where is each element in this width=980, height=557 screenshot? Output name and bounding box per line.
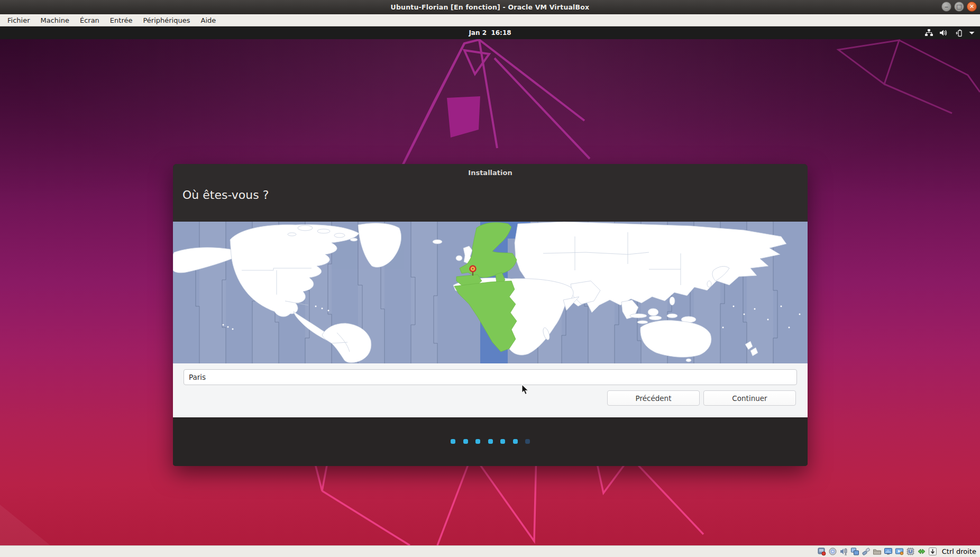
menu-fichier[interactable]: Fichier	[2, 15, 35, 25]
minimize-button[interactable]: ‒	[941, 2, 951, 12]
progress-dot-2	[463, 439, 468, 444]
menu-entree[interactable]: Entrée	[105, 15, 138, 25]
guest-screen: Jan 2 16:18	[0, 26, 980, 545]
progress-dot-3	[475, 439, 480, 444]
clock[interactable]: Jan 2 16:18	[0, 26, 980, 39]
page-heading: Où êtes-vous ?	[182, 188, 269, 202]
progress-dots	[173, 439, 808, 444]
installer-dialog: Installation Où êtes-vous ?	[173, 164, 808, 466]
installer-title: Installation	[173, 169, 808, 177]
progress-dot-7	[525, 439, 530, 444]
menu-ecran[interactable]: Écran	[75, 15, 105, 25]
menu-aide[interactable]: Aide	[196, 15, 222, 25]
hard-disks-icon[interactable]	[817, 547, 826, 556]
network-icon[interactable]	[850, 547, 859, 556]
chevron-down-icon	[969, 31, 975, 35]
close-button[interactable]: ✕	[967, 2, 977, 12]
statusbar: Ctrl droite	[0, 545, 980, 557]
progress-dot-6	[513, 439, 518, 444]
display-icon[interactable]	[884, 547, 893, 556]
network-icon	[925, 29, 933, 36]
mouse-integration-icon[interactable]	[917, 547, 926, 556]
installer-header: Installation Où êtes-vous ?	[173, 164, 808, 222]
optical-drives-icon[interactable]	[828, 547, 837, 556]
system-tray[interactable]	[925, 26, 975, 39]
mouse-cursor	[521, 384, 529, 395]
host-key-label: Ctrl droite	[942, 547, 976, 555]
battery-icon	[954, 29, 963, 37]
installer-footer	[173, 417, 808, 466]
progress-dot-4	[488, 439, 493, 444]
world-map	[173, 222, 808, 363]
maximize-button[interactable]: □	[954, 2, 964, 12]
volume-icon	[939, 29, 948, 36]
back-button[interactable]: Précédent	[607, 390, 700, 406]
usb-icon[interactable]	[862, 547, 871, 556]
window-controls: ‒ □ ✕	[941, 2, 977, 12]
timezone-map[interactable]	[173, 222, 808, 363]
shared-folders-icon[interactable]	[873, 547, 882, 556]
timezone-city-input[interactable]	[184, 369, 797, 385]
titlebar[interactable]: Ubuntu-Florian [En fonction] - Oracle VM…	[0, 0, 980, 14]
audio-icon[interactable]	[839, 547, 848, 556]
desktop-wallpaper: Installation Où êtes-vous ?	[0, 39, 980, 545]
installer-controls-area: Précédent Continuer	[173, 363, 808, 417]
window-title: Ubuntu-Florian [En fonction] - Oracle VM…	[391, 3, 590, 11]
menubar: FichierMachineÉcranEntréePériphériquesAi…	[0, 14, 980, 26]
keyboard-icon[interactable]	[928, 547, 937, 556]
continue-button[interactable]: Continuer	[703, 390, 796, 406]
menu-peripheriques[interactable]: Périphériques	[138, 15, 195, 25]
progress-dot-1	[451, 439, 455, 444]
features-icon[interactable]	[906, 547, 915, 556]
virtualbox-window: Ubuntu-Florian [En fonction] - Oracle VM…	[0, 0, 980, 557]
gnome-topbar: Jan 2 16:18	[0, 26, 980, 39]
progress-dot-5	[500, 439, 505, 444]
menu-machine[interactable]: Machine	[35, 15, 75, 25]
recording-icon[interactable]	[895, 547, 904, 556]
